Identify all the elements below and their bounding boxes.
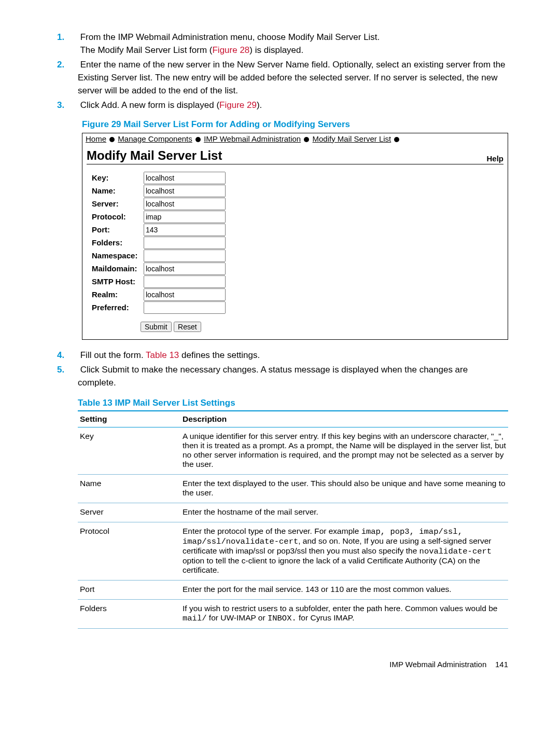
step-1-line1: From the IMP Webmail Administration menu…: [80, 32, 380, 42]
th-description: Description: [180, 411, 508, 427]
breadcrumb-manage-components[interactable]: Manage Components: [118, 134, 192, 143]
cell-desc-folders: If you wish to restrict users to a subfo…: [180, 599, 508, 628]
table-row: Port Enter the port for the mail service…: [78, 580, 508, 599]
step-1-line2-pre: The Modify Mail Server List form (: [80, 45, 212, 55]
figure-29-box: Home Manage Components IMP Webmail Admin…: [82, 133, 508, 340]
table-row: Folders If you wish to restrict users to…: [78, 599, 508, 628]
label-maildomain: Maildomain:: [92, 264, 144, 273]
table-row: Name Enter the text displayed to the use…: [78, 474, 508, 503]
table-13-link[interactable]: Table 13: [146, 350, 179, 360]
label-realm: Realm:: [92, 290, 144, 299]
label-folders: Folders:: [92, 238, 144, 247]
th-setting: Setting: [78, 411, 180, 427]
label-server: Server:: [92, 199, 144, 208]
step-number-3: 3.: [57, 99, 78, 112]
step-1-line2-post: ) is displayed.: [249, 45, 303, 55]
label-preferred: Preferred:: [92, 303, 144, 312]
input-server[interactable]: [144, 198, 226, 210]
label-namespace: Namespace:: [92, 251, 144, 260]
label-port: Port:: [92, 225, 144, 234]
breadcrumb-imp-webmail[interactable]: IMP Webmail Administration: [204, 134, 301, 143]
step-2-text: Enter the name of the new server in the …: [78, 60, 506, 95]
cell-setting-protocol: Protocol: [78, 522, 180, 580]
table-13-caption: Table 13 IMP Mail Server List Settings: [78, 398, 508, 408]
figure-29-caption: Figure 29 Mail Server List Form for Addi…: [82, 119, 508, 130]
panel-divider: [87, 164, 503, 164]
cell-desc-protocol: Enter the protocol type of the server. F…: [180, 522, 508, 580]
breadcrumb-separator-icon: [195, 137, 201, 142]
step-4-pre: Fill out the form.: [80, 350, 146, 360]
breadcrumb: Home Manage Components IMP Webmail Admin…: [82, 133, 508, 144]
help-link[interactable]: Help: [486, 154, 503, 163]
step-number-1: 1.: [57, 31, 78, 44]
label-smtphost: SMTP Host:: [92, 277, 144, 286]
input-name[interactable]: [144, 185, 226, 197]
cell-desc-port: Enter the port for the mail service. 143…: [180, 580, 508, 599]
cell-desc-name: Enter the text displayed to the user. Th…: [180, 474, 508, 503]
breadcrumb-modify-list[interactable]: Modify Mail Server List: [313, 134, 391, 143]
settings-table: Setting Description Key A unique identif…: [78, 410, 508, 629]
input-realm[interactable]: [144, 288, 226, 301]
footer-page: 141: [495, 660, 508, 669]
cell-setting-name: Name: [78, 474, 180, 503]
label-name: Name:: [92, 186, 144, 195]
reset-button[interactable]: Reset: [174, 322, 201, 332]
step-5-text: Click Submit to make the necessary chang…: [78, 365, 468, 388]
cell-setting-port: Port: [78, 580, 180, 599]
input-key[interactable]: [144, 172, 226, 184]
cell-setting-server: Server: [78, 503, 180, 522]
label-protocol: Protocol:: [92, 212, 144, 221]
submit-button[interactable]: Submit: [141, 322, 172, 332]
input-maildomain[interactable]: [144, 263, 226, 275]
step-4-post: defines the settings.: [179, 350, 260, 360]
figure-29-link[interactable]: Figure 29: [219, 100, 257, 110]
input-protocol[interactable]: [144, 211, 226, 223]
input-smtphost[interactable]: [144, 275, 226, 288]
mail-server-form: Key: Name: Server: Protocol: Port: Folde…: [82, 172, 508, 314]
step-number-4: 4.: [57, 349, 78, 362]
breadcrumb-home[interactable]: Home: [86, 134, 106, 143]
cell-desc-key: A unique identifier for this server entr…: [180, 427, 508, 474]
panel-title: Modify Mail Server List: [87, 148, 222, 163]
figure-28-link[interactable]: Figure 28: [212, 45, 249, 55]
step-3-post: ).: [257, 100, 262, 110]
input-folders[interactable]: [144, 237, 226, 249]
step-3-pre: Click Add. A new form is displayed (: [80, 100, 219, 110]
cell-setting-folders: Folders: [78, 599, 180, 628]
input-namespace[interactable]: [144, 250, 226, 262]
table-row: Key A unique identifier for this server …: [78, 427, 508, 474]
input-port[interactable]: [144, 224, 226, 236]
cell-desc-server: Enter the hostname of the mail server.: [180, 503, 508, 522]
step-number-5: 5.: [57, 364, 78, 377]
input-preferred[interactable]: [144, 301, 226, 314]
step-number-2: 2.: [57, 59, 78, 72]
breadcrumb-separator-icon: [109, 137, 115, 142]
table-row: Protocol Enter the protocol type of the …: [78, 522, 508, 580]
breadcrumb-separator-icon: [394, 137, 399, 142]
table-row: Server Enter the hostname of the mail se…: [78, 503, 508, 522]
cell-setting-key: Key: [78, 427, 180, 474]
footer-text: IMP Webmail Administration: [389, 660, 486, 669]
label-key: Key:: [92, 173, 144, 182]
breadcrumb-separator-icon: [304, 137, 309, 142]
